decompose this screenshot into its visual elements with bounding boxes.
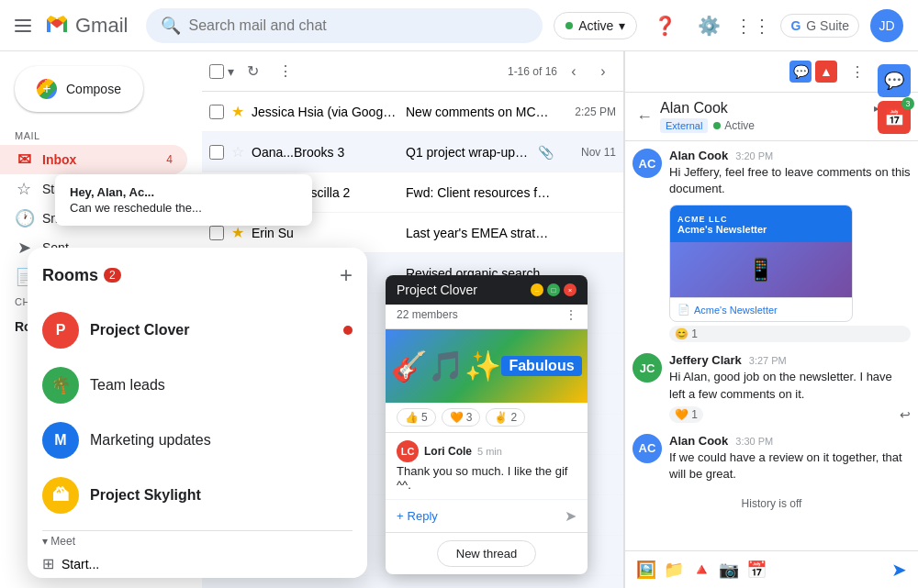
calendar-icon[interactable]: 📅 bbox=[746, 560, 767, 580]
message-sender: Jeffery Clark bbox=[669, 353, 742, 367]
reply-send-icon[interactable]: ➤ bbox=[565, 507, 577, 525]
notification-card-2[interactable]: 📅 3 bbox=[878, 101, 911, 134]
rooms-add-icon[interactable]: + bbox=[340, 262, 353, 288]
chat-panel: 💬 ▲ ⋮ ▼ ← Alan Cook ▸ External bbox=[624, 51, 918, 588]
camera-icon[interactable]: 📷 bbox=[719, 560, 739, 580]
rooms-overlay-item-marketing[interactable]: M Marketing updates bbox=[42, 413, 353, 468]
rooms-overlay-item-team-leads[interactable]: 🌴 Team leads bbox=[42, 358, 353, 413]
my-meetings-item[interactable]: ⊡ My meetings bbox=[42, 576, 353, 578]
notification-popup[interactable]: Hey, Alan, Ac... Can we reschedule the..… bbox=[55, 174, 312, 226]
chat-active-status: Active bbox=[713, 119, 755, 132]
sidebar-item-inbox[interactable]: ✉ Inbox 4 bbox=[0, 145, 187, 174]
user-avatar[interactable]: JD bbox=[870, 9, 903, 42]
chat-popup-message: LC Lori Cole 5 min Thank you so much. I … bbox=[386, 433, 588, 500]
notification-card-1[interactable]: 💬 bbox=[878, 64, 911, 97]
reaction-emoji[interactable]: 😊 1 bbox=[669, 326, 911, 342]
email-checkbox[interactable] bbox=[209, 105, 224, 119]
reaction-emoji[interactable]: 🧡 1 bbox=[669, 406, 703, 423]
rooms-overlay-item-project-clover[interactable]: P Project Clover bbox=[42, 303, 353, 358]
popup-sender-avatar: LC bbox=[397, 440, 419, 462]
chat-panel-icon-1: 💬 bbox=[789, 61, 812, 83]
chat-popup-project-clover[interactable]: Project Clover – □ × 22 members ⋮ 🎸🎵✨ Fa… bbox=[386, 275, 588, 574]
inbox-label: Inbox bbox=[42, 152, 76, 167]
rooms-overlay-item-project-skylight[interactable]: 🏔 Project Skylight bbox=[42, 468, 353, 523]
active-status-btn[interactable]: Active ▾ bbox=[554, 12, 637, 39]
star-icon[interactable]: ☆ bbox=[231, 143, 244, 161]
compose-button[interactable]: + Compose bbox=[15, 66, 143, 112]
rooms-overlay-header: Rooms 2 + bbox=[42, 262, 353, 288]
maximize-button[interactable]: □ bbox=[547, 283, 560, 296]
minimize-button[interactable]: – bbox=[531, 283, 543, 296]
email-sender: Erin Su bbox=[252, 226, 398, 240]
newsletter-header: ACME LLC Acme's Newsletter bbox=[670, 205, 852, 242]
select-dropdown-arrow[interactable]: ▾ bbox=[228, 64, 234, 79]
new-thread-button[interactable]: New thread bbox=[437, 540, 536, 567]
help-icon[interactable]: ❓ bbox=[648, 9, 681, 42]
chat-popup-header: Project Clover – □ × bbox=[386, 275, 588, 305]
compose-plus-icon: + bbox=[37, 79, 57, 99]
reply-icon[interactable]: ↩ bbox=[900, 407, 911, 422]
chat-contact-name: Alan Cook bbox=[660, 100, 868, 116]
system-message: History is off bbox=[633, 494, 911, 514]
image-icon[interactable]: 🖼️ bbox=[636, 560, 656, 580]
inbox-badge: 4 bbox=[166, 153, 173, 166]
message-header: Alan Cook 3:20 PM bbox=[669, 149, 911, 162]
reaction-peace[interactable]: ✌ 2 bbox=[486, 408, 525, 427]
email-subject-preview: Last year's EMEA strategy deck – Sending… bbox=[406, 226, 554, 240]
reaction-thumbsup[interactable]: 👍 5 bbox=[397, 408, 436, 427]
reaction-heart[interactable]: 🧡 3 bbox=[442, 408, 481, 427]
chat-popup-footer: New thread bbox=[386, 532, 588, 574]
star-icon[interactable]: ★ bbox=[231, 103, 244, 120]
email-row[interactable]: ★ Jessica Hsia (via Google... New commen… bbox=[202, 92, 623, 132]
refresh-button[interactable]: ↻ bbox=[238, 57, 267, 86]
room-name-project-clover: Project Clover bbox=[90, 322, 189, 338]
panel-options-icon[interactable]: ⋮ bbox=[841, 55, 874, 88]
room-name-team-leads: Team leads bbox=[90, 377, 165, 394]
chat-popup-gif: 🎸🎵✨ Fabulous bbox=[386, 329, 588, 403]
email-subject: Last year's EMEA strategy deck bbox=[406, 226, 554, 240]
emoji-icon[interactable]: 🔺 bbox=[691, 560, 711, 580]
newsletter-footer[interactable]: 📄 Acme's Newsletter bbox=[670, 297, 852, 321]
search-input[interactable] bbox=[188, 17, 528, 34]
popup-sender-name: Lori Cole bbox=[424, 445, 472, 458]
apps-icon[interactable]: ⋮⋮ bbox=[736, 9, 769, 42]
room-name-marketing: Marketing updates bbox=[90, 432, 211, 449]
select-all-checkbox[interactable] bbox=[209, 64, 224, 79]
rooms-overlay-badge: 2 bbox=[104, 268, 121, 283]
search-bar[interactable]: 🔍 bbox=[146, 8, 543, 43]
notification-title: Hey, Alan, Ac... bbox=[70, 185, 297, 199]
newsletter-link[interactable]: Acme's Newsletter bbox=[694, 305, 778, 316]
email-sender: Oana...Brooks 3 bbox=[252, 145, 398, 160]
chat-back-button[interactable]: ← bbox=[636, 107, 653, 127]
send-icon[interactable]: ➤ bbox=[891, 559, 907, 581]
docs-icon: 📄 bbox=[677, 304, 690, 316]
hamburger-menu[interactable] bbox=[15, 19, 31, 32]
gsuite-button[interactable]: G G Suite bbox=[780, 14, 859, 38]
email-subject-preview: Fwd: Client resources for Q3 – Ritesh, h… bbox=[406, 185, 554, 200]
message-header: Alan Cook 3:30 PM bbox=[669, 434, 911, 448]
plus-icon: + bbox=[397, 509, 404, 523]
chat-contact-info: Alan Cook ▸ External Active bbox=[660, 100, 879, 133]
close-button[interactable]: × bbox=[564, 283, 577, 296]
prev-page-button[interactable]: ‹ bbox=[561, 59, 587, 84]
rooms-overlay[interactable]: Rooms 2 + P Project Clover 🌴 Team leads … bbox=[28, 248, 367, 578]
message-text: If we could have a review on it together… bbox=[669, 449, 911, 483]
drive-icon[interactable]: 📁 bbox=[664, 560, 684, 580]
email-checkbox[interactable] bbox=[209, 145, 224, 160]
email-sender: Jessica Hsia (via Google... bbox=[252, 105, 398, 119]
email-subject-preview: New comments on MCR2020 draft presentati… bbox=[406, 105, 554, 119]
email-row[interactable]: ☆ Oana...Brooks 3 Q1 project wrap-up – H… bbox=[202, 132, 623, 172]
email-checkbox[interactable] bbox=[209, 226, 224, 240]
start-meeting-item[interactable]: ⊞ Start... bbox=[42, 551, 353, 576]
room-avatar-team-leads: 🌴 bbox=[42, 367, 79, 404]
chat-panel-icon-2: ▲ bbox=[815, 61, 837, 83]
chat-popup-title: Project Clover bbox=[397, 283, 523, 297]
popup-message-text: Thank you so much. I like the gif ^^. bbox=[397, 464, 577, 492]
notification-badge: 3 bbox=[901, 97, 914, 110]
star-icon[interactable]: ★ bbox=[231, 224, 244, 241]
more-icon[interactable]: ⋮ bbox=[565, 308, 577, 321]
more-options-button[interactable]: ⋮ bbox=[271, 57, 300, 86]
next-page-button[interactable]: › bbox=[590, 59, 616, 84]
settings-icon[interactable]: ⚙️ bbox=[692, 9, 725, 42]
reply-button[interactable]: + Reply bbox=[397, 509, 438, 523]
